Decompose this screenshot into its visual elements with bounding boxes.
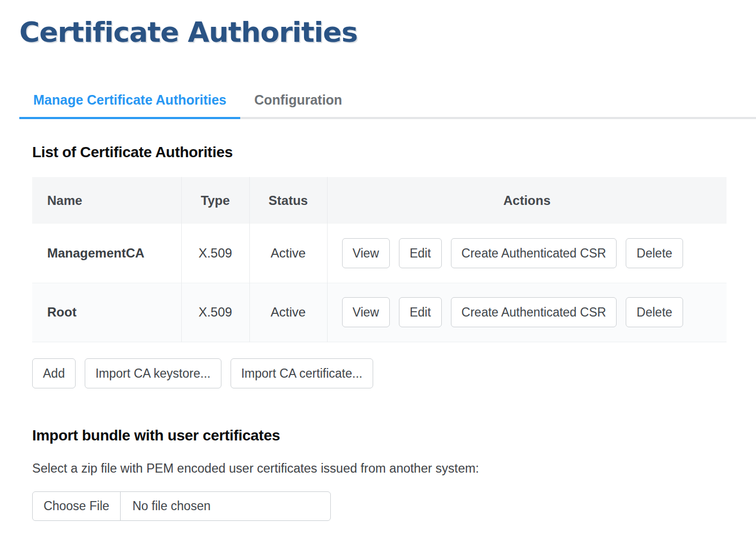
choose-file-button[interactable]: Choose File (33, 492, 121, 520)
table-row-root: Root X.509 Active View Edit Create Authe… (32, 283, 727, 342)
tab-bar: Manage Certificate Authorities Configura… (19, 92, 756, 119)
ca-status: Active (249, 283, 327, 342)
tab-manage-certificate-authorities[interactable]: Manage Certificate Authorities (19, 92, 240, 119)
edit-button[interactable]: Edit (399, 297, 442, 327)
ca-status: Active (249, 224, 327, 283)
import-bundle-description: Select a zip file with PEM encoded user … (32, 461, 727, 476)
column-header-actions: Actions (327, 177, 727, 224)
view-button[interactable]: View (342, 238, 390, 268)
delete-button[interactable]: Delete (626, 238, 683, 268)
create-authenticated-csr-button[interactable]: Create Authenticated CSR (451, 297, 617, 327)
ca-type: X.509 (181, 224, 249, 283)
delete-button[interactable]: Delete (626, 297, 683, 327)
ca-table: Name Type Status Actions ManagementCA X.… (32, 177, 727, 342)
actions-group: View Edit Create Authenticated CSR Delet… (342, 238, 727, 268)
ca-actions-cell: View Edit Create Authenticated CSR Delet… (327, 224, 727, 283)
import-bundle-heading: Import bundle with user certificates (32, 427, 727, 444)
ca-name: ManagementCA (32, 224, 181, 283)
import-ca-keystore-button[interactable]: Import CA keystore... (85, 358, 221, 388)
ca-list-heading: List of Certificate Authorities (32, 144, 727, 161)
ca-name: Root (32, 283, 181, 342)
table-header-row: Name Type Status Actions (32, 177, 727, 224)
import-ca-certificate-button[interactable]: Import CA certificate... (231, 358, 373, 388)
ca-type: X.509 (181, 283, 249, 342)
page-title: Certificate Authorities (19, 16, 756, 48)
ca-toolbar: Add Import CA keystore... Import CA cert… (32, 358, 727, 388)
table-row-managementca: ManagementCA X.509 Active View Edit Crea… (32, 224, 727, 283)
create-authenticated-csr-button[interactable]: Create Authenticated CSR (451, 238, 617, 268)
certificate-authorities-page: Certificate Authorities Manage Certifica… (0, 16, 756, 521)
file-chosen-status: No file chosen (121, 492, 330, 520)
column-header-type: Type (181, 177, 249, 224)
column-header-name: Name (32, 177, 181, 224)
column-header-status: Status (249, 177, 327, 224)
view-button[interactable]: View (342, 297, 390, 327)
tab-configuration[interactable]: Configuration (240, 92, 356, 117)
add-button[interactable]: Add (32, 358, 76, 388)
ca-actions-cell: View Edit Create Authenticated CSR Delet… (327, 283, 727, 342)
main-content: List of Certificate Authorities Name Typ… (32, 144, 727, 521)
file-input[interactable]: Choose File No file chosen (32, 491, 331, 521)
actions-group: View Edit Create Authenticated CSR Delet… (342, 297, 727, 327)
edit-button[interactable]: Edit (399, 238, 442, 268)
